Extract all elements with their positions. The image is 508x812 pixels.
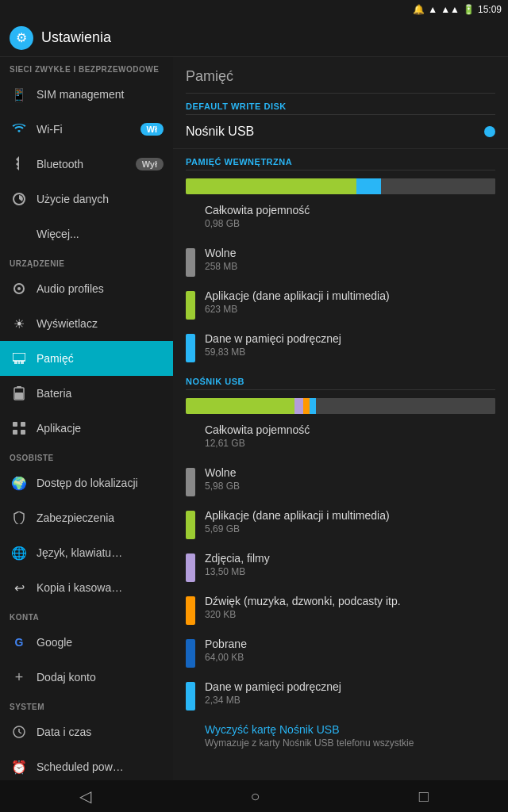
usb-cache-size: 2,34 MB: [205, 695, 341, 706]
sidebar-item-addaccount[interactable]: + Dodaj konto: [0, 660, 173, 695]
svg-rect-11: [15, 393, 23, 399]
usb-wipe-color: [186, 725, 195, 753]
usb-bar-seg5: [316, 398, 495, 414]
sidebar-item-wifi[interactable]: Wi-Fi Wł: [0, 112, 173, 147]
addaccount-icon: +: [10, 668, 29, 687]
internal-free-name: Wolne: [205, 247, 237, 259]
usb-apps-name: Aplikacje (dane aplikacji i multimedia): [205, 509, 390, 522]
sim-icon: 📱: [10, 85, 29, 104]
bluetooth-toggle[interactable]: Wył: [136, 158, 164, 170]
svg-point-2: [17, 287, 21, 290]
internal-cache-name: Dane w pamięci podręcznej: [205, 332, 341, 345]
usb-bar-seg2: [294, 398, 304, 414]
usb-color-audio: [186, 596, 195, 625]
sidebar-section-personal: OSOBISTE: [0, 446, 173, 465]
svg-rect-12: [13, 422, 17, 427]
usb-wipe-item[interactable]: Wyczyść kartę Nośnik USB Wymazuje z kart…: [173, 717, 508, 760]
usb-item-photos: Zdjęcia, filmy 13,50 MB: [173, 546, 508, 588]
usb-color-cache: [186, 682, 195, 710]
usb-storage-bar-container: [173, 390, 508, 417]
title-bar: ⚙ Ustawienia: [0, 19, 508, 57]
sidebar-item-scheduled[interactable]: ⏰ Scheduled power on &: [0, 749, 173, 780]
usb-photos-name: Zdjęcia, filmy: [205, 552, 270, 565]
usb-color-total: [186, 425, 195, 454]
svg-rect-14: [13, 430, 17, 435]
internal-color-total: [186, 205, 195, 234]
sidebar-item-bluetooth[interactable]: Bluetooth Wył: [0, 147, 173, 182]
internal-free-size: 258 MB: [205, 261, 237, 272]
usb-color-free: [186, 468, 195, 496]
usb-free-size: 5,98 GB: [205, 481, 240, 492]
usb-cache-name: Dane w pamięci podręcznej: [205, 680, 341, 693]
wifi-sidebar-icon: [10, 120, 29, 139]
radio-selected: [484, 126, 495, 137]
status-bar: 🔔 ▲ ▲▲ 🔋 15:09: [0, 0, 508, 19]
usb-item-apps: Aplikacje (dane aplikacji i multimedia) …: [173, 503, 508, 546]
usb-color-downloads: [186, 639, 195, 668]
data-usage-icon: [10, 190, 29, 209]
sidebar-item-language[interactable]: 🌐 Język, klawiatura, głos: [0, 535, 173, 570]
internal-bar-seg3: [381, 178, 495, 194]
usb-wipe-name: Wyczyść kartę Nośnik USB: [205, 723, 414, 736]
memory-icon: [10, 349, 29, 368]
display-icon: ☀: [10, 314, 29, 333]
sidebar-item-location[interactable]: 🌍 Dostęp do lokalizacji: [0, 465, 173, 500]
svg-rect-15: [21, 430, 25, 435]
wifi-icon: ▲: [428, 4, 437, 15]
internal-cache-size: 59,83 MB: [205, 347, 341, 358]
usb-free-name: Wolne: [205, 466, 240, 479]
sidebar-item-more[interactable]: Więcej...: [0, 216, 173, 251]
apps-icon: [10, 419, 29, 438]
internal-item-free: Wolne 258 MB: [173, 240, 508, 283]
internal-color-cache: [186, 334, 195, 362]
usb-storage-bar: [186, 398, 495, 414]
usb-downloads-name: Pobrane: [205, 638, 247, 650]
internal-item-cache: Dane w pamięci podręcznej 59,83 MB: [173, 326, 508, 369]
sidebar-item-sim[interactable]: 📱 SIM management: [0, 77, 173, 112]
usb-wipe-desc: Wymazuje z karty Nośnik USB telefonu wsz…: [205, 737, 414, 749]
internal-item-total: Całkowita pojemność 0,98 GB: [173, 197, 508, 240]
internal-total-name: Całkowita pojemność: [205, 204, 310, 216]
internal-color-apps: [186, 291, 195, 320]
internal-apps-size: 623 MB: [205, 304, 390, 315]
nav-back-button[interactable]: ◁: [64, 780, 107, 812]
status-icons: 🔔 ▲ ▲▲ 🔋 15:09: [413, 4, 502, 15]
battery-icon: 🔋: [463, 4, 475, 15]
nav-recents-button[interactable]: □: [403, 781, 444, 812]
sidebar: SIECI ZWYKŁE I BEZPRZEWODOWE 📱 SIM manag…: [0, 57, 173, 780]
internal-bar-seg2: [356, 178, 381, 194]
internal-item-apps: Aplikacje (dane aplikacji i multimedia) …: [173, 283, 508, 326]
signal-icon: ▲▲: [441, 4, 460, 15]
sidebar-item-apps[interactable]: Aplikacje: [0, 411, 173, 446]
usb-audio-name: Dźwięk (muzyka, dzwonki, podcasty itp.: [205, 595, 401, 607]
sidebar-item-audio[interactable]: Audio profiles: [0, 271, 173, 306]
page-title: Ustawienia: [41, 29, 111, 46]
nav-home-button[interactable]: ○: [234, 781, 275, 812]
sidebar-item-datetime[interactable]: Data i czas: [0, 714, 173, 749]
time: 15:09: [478, 4, 502, 15]
usb-apps-size: 5,69 GB: [205, 523, 390, 534]
usb-item-free: Wolne 5,98 GB: [173, 460, 508, 503]
default-write-disk-label: DEFAULT WRITE DISK: [173, 94, 508, 114]
usb-bar-seg3: [303, 398, 310, 414]
battery-sidebar-icon: [10, 384, 29, 403]
internal-storage-bar: [186, 178, 495, 194]
sidebar-item-battery[interactable]: Bateria: [0, 376, 173, 411]
settings-gear-icon: ⚙: [10, 26, 33, 50]
security-icon: [10, 508, 29, 527]
svg-rect-10: [17, 386, 21, 388]
sidebar-item-security[interactable]: Zabezpieczenia: [0, 500, 173, 535]
wifi-toggle[interactable]: Wł: [140, 123, 164, 136]
internal-total-size: 0,98 GB: [205, 218, 310, 229]
sidebar-item-backup[interactable]: ↩ Kopia i kasowanie dan.: [0, 570, 173, 605]
disk-row[interactable]: Nośnik USB: [173, 115, 508, 149]
bluetooth-icon: [10, 155, 29, 174]
sidebar-item-google[interactable]: G Google: [0, 625, 173, 660]
sidebar-item-data[interactable]: Użycie danych: [0, 182, 173, 216]
sidebar-item-memory[interactable]: Pamięć: [0, 341, 173, 376]
internal-memory-label: PAMIĘĆ WEWNĘTRZNA: [173, 149, 508, 170]
more-icon: [10, 224, 29, 243]
usb-total-name: Całkowita pojemność: [205, 423, 310, 436]
sidebar-item-display[interactable]: ☀ Wyświetlacz: [0, 306, 173, 341]
usb-item-downloads: Pobrane 64,00 KB: [173, 631, 508, 674]
